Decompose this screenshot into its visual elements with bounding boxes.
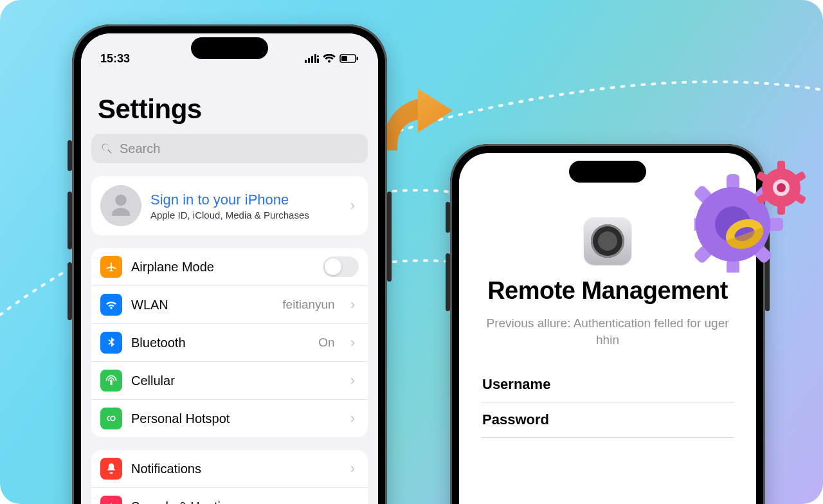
search-placeholder: Search (120, 141, 160, 156)
row-notifications[interactable]: Notifications › (91, 450, 368, 487)
svg-point-27 (773, 179, 790, 196)
avatar (100, 185, 141, 226)
row-label: Sounds & Haptics (131, 500, 233, 505)
wifi-icon (323, 54, 336, 63)
row-value: On (318, 336, 334, 350)
svg-rect-13 (768, 218, 783, 231)
wifi-icon (100, 294, 122, 316)
sign-in-subtitle: Apple ID, iCloud, Media & Purchases (150, 210, 309, 221)
page-title: Settings (91, 76, 368, 134)
svg-rect-25 (794, 193, 807, 204)
row-label: Cellular (131, 374, 175, 388)
row-label: WLAN (131, 298, 168, 312)
chevron-right-icon: › (350, 197, 359, 214)
arrow-icon (378, 89, 455, 159)
svg-rect-22 (777, 204, 785, 215)
svg-rect-8 (357, 57, 359, 60)
chevron-right-icon: › (350, 410, 359, 427)
bluetooth-icon (100, 332, 122, 354)
username-field[interactable]: Username (481, 367, 734, 402)
bell-icon (100, 458, 122, 480)
row-label: Notifications (131, 462, 201, 476)
password-field[interactable]: Password (481, 402, 734, 438)
phone-settings: 15:33 Settings Search (72, 24, 387, 504)
row-label: Airplane Mode (131, 260, 214, 274)
row-cellular[interactable]: Cellular › (91, 361, 368, 399)
cellular-icon (100, 370, 122, 392)
row-wlan[interactable]: WLAN feitianyun › (91, 285, 368, 323)
row-personal-hotspot[interactable]: Personal Hotspot › (91, 399, 368, 437)
sign-in-row[interactable]: Sign in to your iPhone Apple ID, iCloud,… (91, 176, 368, 235)
remote-management-subtitle: Previous allure: Authentication felled f… (481, 315, 734, 349)
phone-screen: 15:33 Settings Search (81, 33, 378, 504)
svg-rect-1 (308, 58, 310, 63)
svg-rect-7 (341, 56, 347, 61)
phone-side-button (765, 221, 770, 311)
chevron-right-icon: › (350, 334, 359, 351)
person-icon (107, 192, 134, 219)
svg-rect-21 (777, 161, 785, 171)
chevron-right-icon: › (350, 296, 359, 313)
remote-management-title: Remote Management (481, 276, 734, 306)
phone-side-button (68, 262, 72, 320)
phone-side-button (387, 192, 392, 282)
chevron-right-icon: › (350, 498, 359, 504)
phone-side-button (446, 202, 450, 233)
svg-rect-5 (317, 59, 319, 63)
battery-icon (339, 54, 359, 63)
cellular-icon (305, 54, 319, 63)
svg-rect-23 (794, 171, 807, 183)
svg-rect-4 (317, 55, 319, 57)
search-input[interactable]: Search (91, 134, 368, 163)
chevron-right-icon: › (350, 372, 359, 389)
phone-side-button (68, 140, 72, 171)
search-icon (100, 142, 113, 155)
svg-point-20 (762, 168, 800, 207)
row-label: Personal Hotspot (131, 411, 230, 426)
airplane-icon (100, 256, 122, 278)
chevron-right-icon: › (350, 460, 359, 477)
phone-screen: Remote Management Previous allure: Authe… (459, 153, 756, 504)
speaker-icon (100, 496, 122, 504)
svg-point-28 (777, 183, 786, 192)
status-icons (305, 54, 359, 63)
row-label: Bluetooth (131, 336, 186, 350)
illustration-canvas: 15:33 Settings Search (0, 0, 823, 504)
status-time: 15:33 (100, 52, 130, 66)
dynamic-island (191, 37, 268, 59)
svg-rect-2 (311, 56, 313, 63)
phone-side-button (68, 192, 72, 249)
svg-rect-3 (314, 54, 316, 63)
hotspot-icon (100, 408, 122, 429)
settings-app-icon (584, 217, 631, 265)
airplane-toggle[interactable] (323, 256, 359, 277)
phone-side-button (446, 253, 450, 311)
sign-in-title: Sign in to your iPhone (150, 192, 309, 208)
dynamic-island (569, 161, 646, 183)
svg-rect-0 (305, 60, 307, 63)
phone-remote-management: Remote Management Previous allure: Authe… (450, 144, 765, 504)
row-sounds[interactable]: Sounds & Haptics › (91, 487, 368, 504)
row-value: feitianyun (282, 298, 334, 312)
row-bluetooth[interactable]: Bluetooth On › (91, 323, 368, 361)
row-airplane-mode[interactable]: Airplane Mode (91, 248, 368, 285)
